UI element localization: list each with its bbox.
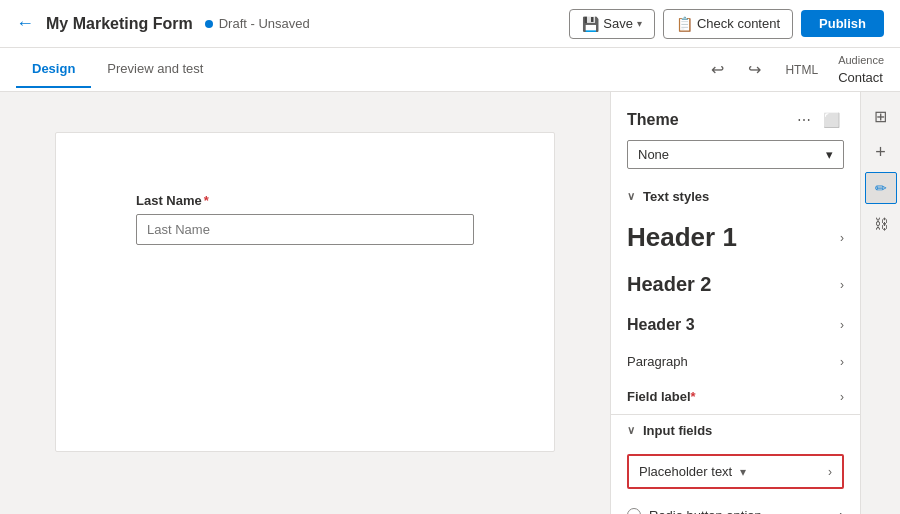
placeholder-row[interactable]: Placeholder text ▾ › — [627, 454, 844, 489]
expand-icon: ⬜ — [823, 112, 840, 128]
html-label: HTML — [785, 63, 818, 77]
input-fields-chevron: ∨ — [627, 424, 635, 437]
top-bar-left: ← My Marketing Form Draft - Unsaved — [16, 13, 310, 34]
header3-label: Header 3 — [627, 316, 695, 334]
redo-button[interactable]: ↪ — [744, 56, 765, 83]
theme-expand-button[interactable]: ⬜ — [819, 108, 844, 132]
audience-label: Audience — [838, 54, 884, 66]
top-bar: ← My Marketing Form Draft - Unsaved 💾 Sa… — [0, 0, 900, 48]
tab-bar: Design Preview and test ↩ ↪ HTML Audienc… — [0, 48, 900, 92]
field-label-arrow: › — [840, 390, 844, 404]
placeholder-dropdown-chevron: ▾ — [740, 465, 746, 479]
header1-arrow: › — [840, 231, 844, 245]
side-grid-button[interactable]: ⊞ — [865, 100, 897, 132]
audience-button[interactable]: Audience Contact — [838, 54, 884, 85]
draft-dot — [205, 20, 213, 28]
side-icon-panel: ⊞ + ✏ ⛓ — [860, 92, 900, 514]
radio-row-left: Radio button option — [627, 508, 762, 515]
input-fields-section-header[interactable]: ∨ Input fields — [611, 415, 860, 446]
draft-badge: Draft - Unsaved — [205, 16, 310, 31]
theme-dropdown-value: None — [638, 147, 669, 162]
field-label-text: Field label* — [627, 389, 696, 404]
save-label: Save — [603, 16, 633, 31]
header2-arrow: › — [840, 278, 844, 292]
text-styles-section-header[interactable]: ∨ Text styles — [611, 181, 860, 212]
theme-more-button[interactable]: ⋯ — [793, 108, 815, 132]
side-link-button[interactable]: ⛓ — [865, 208, 897, 240]
required-star: * — [204, 193, 209, 208]
paragraph-arrow: › — [840, 355, 844, 369]
audience-value: Contact — [838, 70, 883, 85]
html-button[interactable]: HTML — [781, 59, 822, 81]
input-fields-label: Input fields — [643, 423, 712, 438]
tab-preview[interactable]: Preview and test — [91, 51, 219, 88]
theme-header-icons: ⋯ ⬜ — [793, 108, 844, 132]
save-icon: 💾 — [582, 16, 599, 32]
panel-scroll: ∨ Text styles Header 1 › Header 2 › Head… — [611, 181, 860, 514]
field-label: Last Name* — [136, 193, 474, 208]
right-panel: Theme ⋯ ⬜ None ▾ ∨ Text styles — [610, 92, 900, 514]
placeholder-arrow: › — [828, 465, 832, 479]
chevron-down-icon: ▾ — [826, 147, 833, 162]
form-canvas: Last Name* — [55, 132, 555, 452]
draft-label: Draft - Unsaved — [219, 16, 310, 31]
radio-circle-icon — [627, 508, 641, 514]
tabs: Design Preview and test — [16, 51, 219, 88]
theme-header: Theme ⋯ ⬜ — [611, 92, 860, 140]
side-plus-button[interactable]: + — [865, 136, 897, 168]
check-content-button[interactable]: 📋 Check content — [663, 9, 793, 39]
header1-label: Header 1 — [627, 222, 737, 253]
brush-icon: ✏ — [875, 180, 887, 196]
page-title: My Marketing Form — [46, 15, 193, 33]
theme-panel: Theme ⋯ ⬜ None ▾ ∨ Text styles — [610, 92, 860, 514]
undo-button[interactable]: ↩ — [707, 56, 728, 83]
text-styles-chevron: ∨ — [627, 190, 635, 203]
radio-row[interactable]: Radio button option › — [611, 497, 860, 514]
redo-icon: ↪ — [748, 60, 761, 79]
placeholder-label: Placeholder text — [639, 464, 732, 479]
plus-icon: + — [875, 142, 886, 163]
undo-icon: ↩ — [711, 60, 724, 79]
publish-button[interactable]: Publish — [801, 10, 884, 37]
tab-design[interactable]: Design — [16, 51, 91, 88]
grid-icon: ⊞ — [874, 107, 887, 126]
main-layout: Last Name* Theme ⋯ ⬜ None ▾ — [0, 92, 900, 514]
check-content-icon: 📋 — [676, 16, 693, 32]
side-brush-button[interactable]: ✏ — [865, 172, 897, 204]
publish-label: Publish — [819, 16, 866, 31]
theme-dropdown[interactable]: None ▾ — [627, 140, 844, 169]
canvas-area: Last Name* — [0, 92, 610, 514]
header3-item[interactable]: Header 3 › — [611, 306, 860, 344]
check-content-label: Check content — [697, 16, 780, 31]
last-name-input[interactable] — [136, 214, 474, 245]
tab-actions: ↩ ↪ HTML Audience Contact — [707, 54, 884, 85]
field-label-item[interactable]: Field label* › — [611, 379, 860, 414]
header3-arrow: › — [840, 318, 844, 332]
radio-label: Radio button option — [649, 508, 762, 515]
paragraph-item[interactable]: Paragraph › — [611, 344, 860, 379]
link-icon: ⛓ — [874, 216, 888, 232]
header1-item[interactable]: Header 1 › — [611, 212, 860, 263]
placeholder-row-left: Placeholder text ▾ — [639, 464, 746, 479]
paragraph-label: Paragraph — [627, 354, 688, 369]
input-fields-section: ∨ Input fields Placeholder text ▾ › — [611, 415, 860, 514]
header2-label: Header 2 — [627, 273, 712, 296]
radio-arrow: › — [839, 507, 844, 514]
back-button[interactable]: ← — [16, 13, 34, 34]
save-chevron: ▾ — [637, 18, 642, 29]
more-icon: ⋯ — [797, 112, 811, 128]
top-bar-right: 💾 Save ▾ 📋 Check content Publish — [569, 9, 884, 39]
header2-item[interactable]: Header 2 › — [611, 263, 860, 306]
theme-title: Theme — [627, 111, 679, 129]
save-button[interactable]: 💾 Save ▾ — [569, 9, 655, 39]
text-styles-label: Text styles — [643, 189, 709, 204]
